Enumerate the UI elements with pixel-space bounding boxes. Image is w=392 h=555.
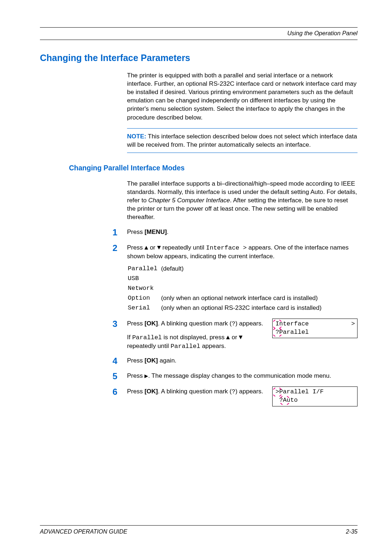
t: . [167, 228, 169, 235]
key-menu: [MENU] [144, 228, 167, 235]
blink-icon: A [283, 396, 286, 405]
t: > [351, 320, 355, 328]
t: Press [127, 244, 144, 251]
t: . The message display changes to the com… [148, 372, 331, 379]
blink-icon: I [275, 320, 279, 328]
qmark: ? [232, 388, 235, 395]
lcd-display-interface: Interface > ?Parallel [272, 319, 358, 339]
lcd-display-parallel: >Parallel I/F ?Auto [272, 386, 358, 406]
sub-intro: The parallel interface supports a bi–dir… [127, 179, 358, 222]
rule-under-header [40, 40, 358, 40]
t: again. [158, 357, 176, 364]
step-num-1: 1 [113, 228, 127, 237]
right-icon [144, 374, 148, 378]
option-table: Parallel(default) USB Network Option(onl… [127, 263, 325, 313]
step-body-5: Press . The message display changes to t… [127, 372, 358, 380]
running-header: Using the Operation Panel [40, 30, 358, 37]
table-row: Option(only when an optional network int… [128, 293, 324, 303]
note-rule-top [127, 128, 358, 129]
step-num-3: 3 [113, 319, 127, 329]
c: (only when an optional network interface… [161, 293, 324, 303]
blink-icon: > [275, 388, 279, 396]
c: Serial [128, 303, 160, 312]
step-body-4: Press [OK] again. [127, 356, 358, 365]
xref: Chapter 5 Computer Interface [148, 197, 230, 204]
key-ok: [OK] [144, 357, 158, 364]
code: Parallel [132, 334, 162, 341]
footer: ADVANCED OPERATION GUIDE 2-35 [40, 525, 358, 535]
footer-right: 2-35 [346, 528, 358, 535]
qmark: ? [232, 320, 235, 327]
t: I [275, 320, 279, 327]
key-ok: [OK] [144, 320, 158, 327]
t: or [230, 334, 239, 341]
blink-icon: ? [275, 328, 279, 337]
t: A [283, 397, 286, 404]
t: Press [127, 388, 144, 395]
table-row: USB [128, 274, 324, 283]
code: Parallel [171, 343, 200, 350]
t: Press [127, 320, 144, 327]
c: Network [128, 284, 160, 293]
t: repeatedly until [127, 343, 171, 349]
heading-sub: Changing Parallel Interface Modes [69, 164, 358, 172]
step-num-6: 6 [113, 387, 127, 397]
intro-paragraph: The printer is equipped with both a para… [127, 71, 358, 122]
t: > [275, 388, 279, 395]
step-num-4: 4 [113, 356, 127, 366]
note-label: NOTE: [127, 133, 146, 140]
t: . A blinking question mark ( [158, 388, 232, 395]
key-ok: [OK] [144, 388, 158, 395]
c: USB [128, 274, 160, 283]
step-body-2: Press or repeatedly until Interface > ap… [127, 243, 358, 313]
table-row: Parallel(default) [128, 264, 324, 273]
t: repeatedly until [161, 244, 206, 251]
down-icon [239, 336, 242, 339]
table-row: Serial(only when an optional RS-232C int… [128, 303, 324, 312]
up-icon [144, 246, 148, 250]
note-text: NOTE: This interface selection described… [127, 132, 358, 149]
footer-left: ADVANCED OPERATION GUIDE [40, 528, 127, 535]
t: ) appears. [235, 320, 263, 327]
footer-rule [40, 525, 358, 526]
step-body-6: Press [OK]. A blinking question mark (?)… [127, 387, 358, 406]
note-body: This interface selection described below… [127, 133, 357, 148]
c: Option [128, 293, 160, 303]
note-rule-bottom [127, 153, 358, 153]
c: Parallel [128, 264, 160, 273]
t: or [148, 244, 157, 251]
c: (only when an optional RS-232C interface… [161, 303, 324, 312]
up-icon [226, 336, 230, 339]
t: Parallel I/F [279, 388, 323, 395]
t: ) appears. [235, 388, 263, 395]
t: is not displayed, press [162, 334, 226, 341]
heading-main: Changing the Interface Parameters [40, 53, 358, 63]
t: Parallel [279, 329, 309, 336]
t: Press [127, 357, 144, 364]
t: . A blinking question mark ( [158, 320, 232, 327]
t: nterface [279, 320, 309, 327]
step-body-1: Press [MENU]. [127, 228, 358, 236]
rule-top [40, 27, 358, 28]
code: Interface > [206, 244, 247, 251]
step-num-5: 5 [113, 372, 127, 381]
c: (default) [161, 264, 324, 273]
t: ? [275, 329, 279, 336]
step-num-2: 2 [113, 243, 127, 253]
t: Press [127, 372, 144, 379]
step-body-3: Press [OK]. A blinking question mark (?)… [127, 319, 358, 351]
t: If [127, 334, 132, 341]
t: appears. [200, 343, 226, 349]
down-icon [157, 246, 161, 250]
table-row: Network [128, 284, 324, 293]
t: Press [127, 228, 144, 235]
